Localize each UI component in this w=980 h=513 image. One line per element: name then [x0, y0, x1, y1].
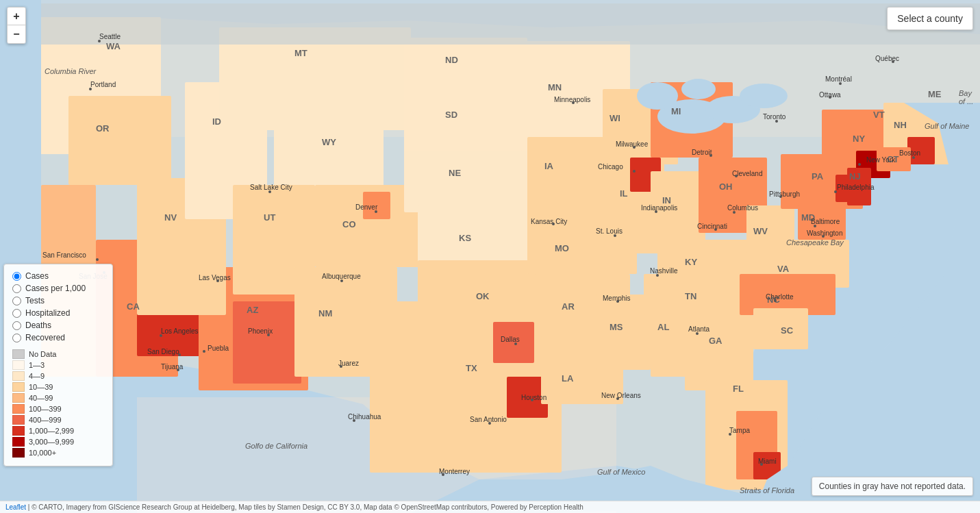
- legend-swatch: [12, 448, 25, 458]
- city-dot: [340, 279, 343, 282]
- city-dot: [839, 82, 842, 85]
- city-dot: [531, 399, 533, 401]
- city-dot: [633, 170, 636, 173]
- city-dot: [655, 210, 657, 213]
- legend-item: 3,000—9,999: [12, 437, 104, 447]
- svg-rect-48: [753, 308, 808, 349]
- legend-label: 100—399: [29, 405, 62, 413]
- svg-rect-9: [233, 301, 301, 384]
- legend-item: 4—9: [12, 371, 104, 381]
- legend-label: 40—99: [29, 394, 53, 402]
- radio-deaths[interactable]: Deaths: [12, 321, 104, 330]
- radio-hospitalized[interactable]: Hospitalized: [12, 308, 104, 318]
- city-dot: [829, 96, 831, 99]
- city-dot: [729, 433, 731, 436]
- svg-rect-36: [651, 171, 705, 247]
- svg-rect-41: [685, 315, 753, 390]
- city-dot: [760, 463, 763, 466]
- city-dot: [775, 120, 778, 123]
- city-dot: [177, 368, 179, 371]
- city-dot: [779, 195, 782, 198]
- city-dot: [340, 365, 342, 368]
- select-county-button[interactable]: Select a county: [887, 7, 973, 30]
- legend-label: 1,000—2,999: [29, 427, 74, 435]
- city-dot: [375, 210, 377, 213]
- city-dot: [822, 235, 825, 238]
- legend-item: 10—39: [12, 382, 104, 392]
- legend-swatch: [12, 393, 25, 403]
- radio-tests[interactable]: Tests: [12, 296, 104, 305]
- zoom-out-button[interactable]: −: [8, 25, 25, 43]
- radio-recovered[interactable]: Recovered: [12, 333, 104, 342]
- radio-hospitalized-label: Hospitalized: [25, 308, 70, 318]
- svg-rect-58: [38, 3, 980, 45]
- svg-rect-55: [907, 137, 935, 164]
- legend-item: 400—999: [12, 415, 104, 425]
- city-dot: [572, 101, 575, 104]
- zoom-in-button[interactable]: +: [8, 8, 25, 25]
- attribution-bar: Leaflet | © CARTO, Imagery from GIScienc…: [0, 501, 980, 513]
- city-dot: [714, 228, 717, 231]
- svg-point-60: [637, 82, 678, 110]
- map-svg: [0, 0, 980, 513]
- city-dot: [442, 473, 444, 476]
- legend-label: No Data: [29, 350, 56, 358]
- legend-item: 1,000—2,999: [12, 426, 104, 436]
- legend-swatch: [12, 371, 25, 381]
- city-dot: [203, 350, 205, 353]
- legend-item: 40—99: [12, 393, 104, 403]
- legend-swatch: [12, 360, 25, 370]
- city-dot: [488, 422, 491, 425]
- legend-item: No Data: [12, 349, 104, 359]
- legend-swatch: [12, 404, 25, 414]
- legend-label: 4—9: [29, 372, 45, 380]
- legend-label: 10,000+: [29, 449, 56, 457]
- svg-rect-20: [404, 151, 541, 212]
- city-dot: [892, 60, 894, 63]
- legend-swatch: [12, 382, 25, 392]
- leaflet-link[interactable]: Leaflet: [5, 503, 26, 511]
- radio-recovered-label: Recovered: [25, 333, 65, 342]
- info-box: Counties in gray have not reported data.: [812, 477, 973, 496]
- legend-label: 1—3: [29, 361, 45, 369]
- radio-cases-per-1000[interactable]: Cases per 1,000: [12, 284, 104, 293]
- city-dot: [160, 334, 162, 337]
- city-dot: [96, 258, 99, 261]
- radio-cases-label: Cases: [25, 271, 49, 281]
- radio-cases[interactable]: Cases: [12, 271, 104, 281]
- city-dot: [814, 225, 816, 227]
- city-dot: [353, 419, 355, 422]
- city-dot: [514, 342, 517, 345]
- city-dot: [178, 353, 181, 356]
- svg-rect-57: [847, 168, 871, 205]
- legend-item: 10,000+: [12, 448, 104, 458]
- city-dot: [696, 332, 699, 335]
- svg-point-63: [681, 79, 716, 99]
- city-dot: [267, 334, 270, 336]
- radio-tests-label: Tests: [25, 296, 45, 305]
- legend-label: 10—39: [29, 383, 53, 391]
- svg-rect-24: [493, 322, 534, 363]
- city-dot: [834, 190, 837, 193]
- svg-rect-16: [363, 192, 390, 219]
- city-dot: [552, 223, 555, 225]
- color-legend: No Data 1—3 4—9 10—39 40—99 100—399 400—…: [12, 349, 104, 458]
- city-dot: [774, 299, 777, 302]
- city-dot: [216, 279, 219, 282]
- city-dot: [89, 88, 92, 90]
- city-dot: [735, 175, 738, 177]
- map-container[interactable]: + − Select a county Cases Cases per 1,00…: [0, 0, 980, 513]
- legend-item: 100—399: [12, 404, 104, 414]
- legend-swatch: [12, 426, 25, 436]
- radio-cases-per-1000-label: Cases per 1,000: [25, 284, 86, 293]
- legend-label: 400—999: [29, 416, 62, 424]
- city-dot: [614, 234, 616, 237]
- legend-swatch: [12, 437, 25, 447]
- city-dot: [656, 274, 659, 277]
- legend-swatch: [12, 349, 25, 359]
- legend-panel: Cases Cases per 1,000 Tests Hospitalized…: [3, 264, 113, 466]
- svg-rect-34: [596, 295, 651, 370]
- city-dot: [858, 163, 861, 166]
- legend-label: 3,000—9,999: [29, 438, 74, 446]
- svg-rect-4: [68, 96, 171, 185]
